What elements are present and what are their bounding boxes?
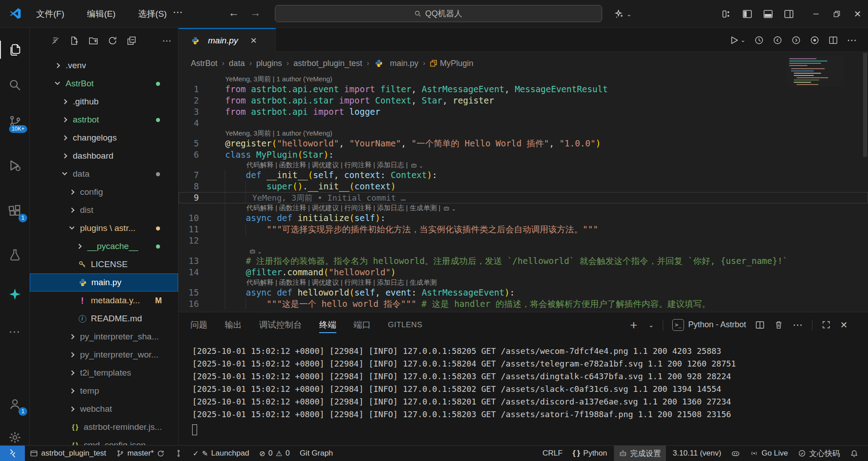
code-line-12[interactable]: 12: [179, 235, 868, 246]
next-change-icon[interactable]: [791, 35, 801, 45]
terminal-output[interactable]: [2025-10-01 15:02:12 +0800] [22984] [INF…: [192, 345, 863, 421]
menu-item[interactable]: 编辑(E): [83, 6, 119, 22]
status-branch[interactable]: master*: [111, 446, 170, 461]
new-terminal-icon[interactable]: ＋: [627, 317, 639, 333]
code-line-13[interactable]: 13 # 注册指令的装饰器。指令名为 helloworld。注册成功后，发送 `…: [179, 255, 868, 267]
tab-close-icon[interactable]: ✕: [250, 36, 257, 46]
breadcrumb-item[interactable]: AstrBot: [191, 59, 217, 68]
codelens-ai-actions[interactable]: 代码解释 | 函数注释 | 调优建议 | 行间注释 | 添加日志 | 生成单测 …: [246, 204, 440, 212]
code-area[interactable]: YeMeng, 3周前 | 1 author (YeMeng)1from ast…: [179, 75, 868, 310]
code-line-8[interactable]: 8 super().__init__(context): [179, 181, 868, 192]
code-line-15[interactable]: 15 async def helloworld(self, event: Ast…: [179, 287, 868, 298]
split-editor-icon[interactable]: [828, 35, 838, 45]
run-python-file-button[interactable]: ⌄: [729, 35, 745, 45]
toggle-primary-sidebar-icon[interactable]: [737, 0, 758, 28]
terminal-instance[interactable]: >_ Python - Astrbot: [672, 319, 746, 331]
tree-item-temp[interactable]: temp: [30, 382, 178, 400]
source-control-icon[interactable]: 10K+: [0, 110, 30, 132]
codelens[interactable]: YeMeng, 3周前 | 1 author (YeMeng): [179, 75, 868, 84]
accounts-icon[interactable]: 1: [0, 393, 30, 415]
code-line-16[interactable]: 16 """这是一个 hello world 指令""" # 这是 handle…: [179, 298, 868, 310]
live-session-icon[interactable]: [810, 35, 820, 45]
terminal-dropdown-icon[interactable]: ⌄: [648, 321, 654, 329]
code-line-6[interactable]: 6class MyPlugin(Star):: [179, 149, 868, 160]
panel-tab-问题[interactable]: 问题: [190, 312, 208, 337]
code-line-4[interactable]: 4: [179, 118, 868, 129]
tree-item-t2i-templates[interactable]: t2i_templates: [30, 364, 178, 382]
status-eol[interactable]: CRLF: [538, 446, 567, 461]
new-file-icon[interactable]: [69, 36, 79, 46]
status-language[interactable]: { } Python: [567, 446, 612, 461]
status-problems[interactable]: ⊘ 0 ⚠ 0: [254, 446, 295, 461]
breadcrumb-item[interactable]: data: [229, 59, 245, 68]
panel-tab-调试控制台[interactable]: 调试控制台: [259, 312, 302, 337]
navigate-back-icon[interactable]: ←: [228, 6, 239, 19]
status-python-version[interactable]: 3.10.11 (venv): [668, 446, 726, 461]
menu-item[interactable]: 选择(S): [135, 6, 170, 22]
ai-assistant-icon[interactable]: [0, 283, 30, 305]
collapse-folders-icon[interactable]: [127, 36, 137, 46]
ai-lens-icon[interactable]: ⌄: [410, 161, 423, 169]
tree-item-readme-md[interactable]: iREADME.md: [30, 310, 178, 328]
explorer-more-actions-icon[interactable]: ⋯: [162, 35, 172, 46]
tree-item-data[interactable]: data: [30, 165, 178, 183]
restore-window-icon[interactable]: [826, 0, 847, 28]
tree-item--github[interactable]: .github: [30, 93, 178, 111]
additional-views-icon[interactable]: ⋯: [0, 321, 30, 343]
tree-item-astrbot[interactable]: astrbot: [30, 111, 178, 129]
run-debug-icon[interactable]: [0, 155, 30, 176]
split-terminal-icon[interactable]: [755, 320, 765, 330]
codelens-blame[interactable]: YeMeng, 3周前 | 1 author (YeMeng): [225, 129, 332, 138]
tree-item-astrbot-reminder-js-[interactable]: { }astrbot-reminder.js...: [30, 418, 178, 436]
new-folder-icon[interactable]: [88, 36, 99, 46]
tree-item-py-interpreter-wor-[interactable]: py_interpreter_wor...: [30, 346, 178, 364]
status-copilot[interactable]: [726, 446, 745, 461]
code-line-10[interactable]: 10 async def initialize(self):: [179, 212, 868, 224]
close-window-icon[interactable]: ✕: [847, 0, 868, 28]
previous-change-icon[interactable]: [773, 35, 783, 45]
tree-item--pycache-[interactable]: __pycache__: [30, 237, 178, 255]
tree-item-py-interpreter-sha-[interactable]: py_interpreter_sha...: [30, 328, 178, 346]
panel-more-actions-icon[interactable]: ⋯: [793, 319, 803, 331]
tree-item-plugins-astr-[interactable]: plugins \ astr...: [30, 219, 178, 237]
remote-indicator[interactable]: [0, 446, 25, 461]
run-dropdown-icon[interactable]: ⌄: [741, 37, 745, 43]
status-wenxin[interactable]: 文心快码: [793, 446, 845, 461]
tree-item-dist[interactable]: dist: [30, 201, 178, 219]
status-launchpad[interactable]: ✓ ✎ Launchpad: [188, 446, 254, 461]
ai-lens-icon[interactable]: ⌄: [249, 247, 262, 255]
editor-scrollbar[interactable]: [863, 53, 867, 157]
code-line-1[interactable]: 1from astrbot.api.event import filter, A…: [179, 84, 868, 95]
panel-tab-GITLENS[interactable]: GITLENS: [388, 312, 422, 337]
panel-tab-终端[interactable]: 终端: [319, 312, 336, 337]
toggle-panel-icon[interactable]: [758, 0, 778, 28]
tree-item-main-py[interactable]: main.py: [30, 273, 178, 292]
editor-more-actions-icon[interactable]: ⋯: [847, 34, 857, 46]
minimize-window-icon[interactable]: [806, 0, 826, 28]
navigate-forward-icon[interactable]: →: [250, 6, 261, 19]
codelens-ai-actions[interactable]: 代码解释 | 函数注释 | 调优建议 | 行间注释 | 添加日志 | 生成单测: [246, 278, 437, 287]
tree-item--venv[interactable]: .venv: [30, 56, 178, 75]
tree-item-changelogs[interactable]: changelogs: [30, 129, 178, 147]
ai-lens-icon[interactable]: ⌄: [443, 204, 456, 212]
breadcrumb-item[interactable]: plugins: [256, 59, 282, 68]
tab-main-py[interactable]: main.py ✕: [179, 28, 276, 52]
tree-item-config[interactable]: config: [30, 183, 178, 201]
status-workspace[interactable]: astrbot_plugin_test: [25, 446, 111, 461]
timeline-icon[interactable]: [754, 35, 764, 45]
minimap[interactable]: [788, 56, 844, 86]
status-git-graph[interactable]: Git Graph: [295, 446, 338, 461]
testing-icon[interactable]: [0, 244, 30, 266]
command-center-search[interactable]: QQ机器人: [275, 5, 602, 22]
code-line-3[interactable]: 3from astrbot.api import logger: [179, 106, 868, 118]
codelens[interactable]: 代码解释 | 函数注释 | 调优建议 | 行间注释 | 添加日志 | 生成单测: [179, 278, 868, 287]
tree-item-dashboard[interactable]: dashboard: [30, 147, 178, 165]
panel-tab-端口[interactable]: 端口: [354, 312, 371, 337]
menu-item[interactable]: 文件(F): [33, 6, 68, 22]
more-menus-icon[interactable]: ⋯: [173, 6, 184, 18]
code-line-9[interactable]: 9YeMeng, 3周前 • Initial commit …: [179, 192, 868, 203]
status-python-setup[interactable]: 完成设置: [614, 446, 666, 461]
search-sidebar-icon[interactable]: [0, 74, 30, 96]
status-scm-action[interactable]: [170, 446, 188, 461]
breadcrumb-item[interactable]: astrbot_plugin_test: [293, 59, 362, 68]
